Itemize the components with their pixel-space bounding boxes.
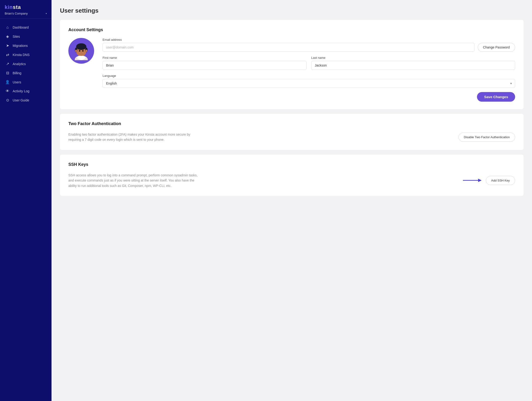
- save-row: Save Changes: [102, 92, 515, 102]
- email-label: Email address: [102, 38, 474, 41]
- sidebar-item-label: Users: [13, 80, 21, 84]
- ssh-body: SSH access allows you to log into a comm…: [68, 173, 515, 188]
- avatar-area: [68, 38, 94, 64]
- name-row: First name Last name: [102, 56, 515, 70]
- email-group: Email address: [102, 38, 474, 52]
- save-changes-button[interactable]: Save Changes: [477, 92, 515, 102]
- svg-point-7: [75, 50, 77, 52]
- avatar-image: [72, 41, 91, 60]
- last-name-group: Last name: [311, 56, 515, 70]
- ssh-right: Add SSH Key: [463, 176, 515, 185]
- eye-icon: 👁: [5, 89, 10, 93]
- first-name-field[interactable]: [102, 61, 306, 70]
- company-name: Brian's Company: [5, 12, 28, 15]
- sidebar-item-label: Billing: [13, 71, 21, 75]
- account-settings-title: Account Settings: [68, 27, 515, 32]
- language-select-wrapper: English Spanish French ▾: [102, 79, 515, 88]
- avatar: [68, 38, 94, 64]
- sidebar-item-label: Dashboard: [13, 25, 29, 29]
- users-icon: 👤: [5, 80, 10, 84]
- sidebar-item-label: Activity Log: [13, 89, 30, 93]
- ssh-keys-title: SSH Keys: [68, 162, 515, 167]
- first-name-group: First name: [102, 56, 306, 70]
- language-label: Language: [102, 74, 515, 77]
- main-content: User settings Account Settings: [51, 0, 532, 401]
- svg-point-4: [77, 43, 85, 48]
- sidebar: kinsta Brian's Company ▾ ⌂ Dashboard ◈ S…: [0, 0, 51, 401]
- add-ssh-key-button[interactable]: Add SSH Key: [486, 176, 515, 185]
- billing-icon: ⊟: [5, 71, 10, 75]
- dns-icon: ⇄: [5, 52, 10, 57]
- tfa-body: Enabling two factor authentication (2FA)…: [68, 132, 515, 142]
- sidebar-item-activity-log[interactable]: 👁 Activity Log: [0, 87, 51, 95]
- language-select[interactable]: English Spanish French: [102, 79, 515, 88]
- sidebar-header: kinsta Brian's Company ▾: [0, 0, 51, 19]
- svg-point-10: [82, 50, 84, 52]
- home-icon: ⌂: [5, 25, 10, 30]
- guide-icon: ⊙: [5, 98, 10, 102]
- sidebar-item-label: Kinsta DNS: [13, 53, 30, 57]
- account-settings-body: Email address Change Password First name…: [68, 38, 515, 102]
- ssh-description: SSH access allows you to log into a comm…: [68, 173, 200, 188]
- sidebar-item-kinsta-dns[interactable]: ⇄ Kinsta DNS: [0, 50, 51, 59]
- account-settings-card: Account Settings: [60, 20, 524, 109]
- last-name-field[interactable]: [311, 61, 515, 70]
- kinsta-logo: kinsta: [5, 4, 47, 10]
- analytics-icon: ↗: [5, 62, 10, 66]
- svg-point-9: [79, 50, 80, 52]
- two-factor-card: Two Factor Authentication Enabling two f…: [60, 114, 524, 150]
- disable-tfa-button[interactable]: Disable Two Factor Authentication: [458, 133, 515, 142]
- sites-icon: ◈: [5, 34, 10, 39]
- company-selector[interactable]: Brian's Company ▾: [5, 12, 47, 15]
- ssh-keys-card: SSH Keys SSH access allows you to log in…: [60, 155, 524, 196]
- tfa-description: Enabling two factor authentication (2FA)…: [68, 132, 200, 142]
- last-name-label: Last name: [311, 56, 515, 59]
- sidebar-item-migrations[interactable]: ➤ Migrations: [0, 41, 51, 50]
- sidebar-item-billing[interactable]: ⊟ Billing: [0, 68, 51, 77]
- sidebar-item-analytics[interactable]: ↗ Analytics: [0, 59, 51, 68]
- language-group: Language English Spanish French ▾: [102, 74, 515, 88]
- change-password-button[interactable]: Change Password: [478, 43, 515, 52]
- migrations-icon: ➤: [5, 43, 10, 48]
- sidebar-item-users[interactable]: 👤 Users: [0, 77, 51, 87]
- sidebar-item-dashboard[interactable]: ⌂ Dashboard: [0, 23, 51, 32]
- first-name-label: First name: [102, 56, 306, 59]
- email-field[interactable]: [102, 43, 474, 52]
- svg-marker-12: [478, 179, 482, 182]
- sidebar-item-label: Sites: [13, 35, 20, 38]
- sidebar-item-label: User Guide: [13, 98, 29, 102]
- ssh-arrow-icon: [463, 178, 482, 183]
- chevron-down-icon: ▾: [46, 12, 47, 15]
- sidebar-item-user-guide[interactable]: ⊙ User Guide: [0, 95, 51, 105]
- form-area: Email address Change Password First name…: [102, 38, 515, 102]
- sidebar-item-sites[interactable]: ◈ Sites: [0, 32, 51, 41]
- sidebar-nav: ⌂ Dashboard ◈ Sites ➤ Migrations ⇄ Kinst…: [0, 19, 51, 401]
- page-title: User settings: [60, 7, 524, 14]
- sidebar-item-label: Migrations: [13, 44, 28, 48]
- svg-point-8: [85, 50, 87, 52]
- email-row: Email address Change Password: [102, 38, 515, 52]
- two-factor-title: Two Factor Authentication: [68, 121, 515, 126]
- sidebar-item-label: Analytics: [13, 62, 26, 66]
